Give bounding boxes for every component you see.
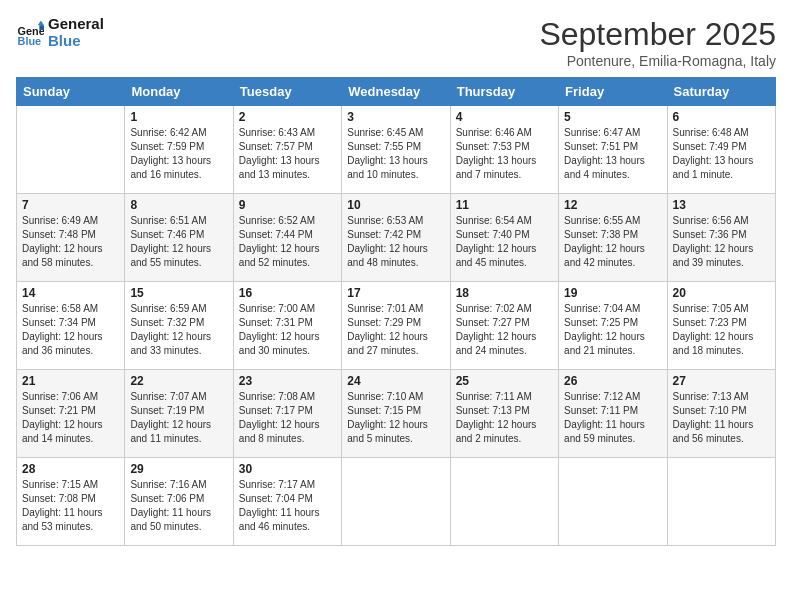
day-number: 29 — [130, 462, 227, 476]
day-number: 9 — [239, 198, 336, 212]
calendar-cell: 8Sunrise: 6:51 AMSunset: 7:46 PMDaylight… — [125, 194, 233, 282]
day-number: 2 — [239, 110, 336, 124]
logo: General Blue General Blue — [16, 16, 104, 49]
day-info: Sunrise: 6:52 AMSunset: 7:44 PMDaylight:… — [239, 214, 336, 270]
page-header: General Blue General Blue September 2025… — [16, 16, 776, 69]
day-info: Sunrise: 6:59 AMSunset: 7:32 PMDaylight:… — [130, 302, 227, 358]
calendar-week-row: 21Sunrise: 7:06 AMSunset: 7:21 PMDayligh… — [17, 370, 776, 458]
logo-general-text: General — [48, 16, 104, 33]
weekday-header-wednesday: Wednesday — [342, 78, 450, 106]
calendar-cell — [17, 106, 125, 194]
weekday-header-friday: Friday — [559, 78, 667, 106]
day-info: Sunrise: 7:08 AMSunset: 7:17 PMDaylight:… — [239, 390, 336, 446]
weekday-header-saturday: Saturday — [667, 78, 775, 106]
calendar-cell — [667, 458, 775, 546]
day-number: 4 — [456, 110, 553, 124]
calendar-cell — [559, 458, 667, 546]
weekday-header-thursday: Thursday — [450, 78, 558, 106]
calendar-cell: 27Sunrise: 7:13 AMSunset: 7:10 PMDayligh… — [667, 370, 775, 458]
calendar-cell: 15Sunrise: 6:59 AMSunset: 7:32 PMDayligh… — [125, 282, 233, 370]
day-number: 5 — [564, 110, 661, 124]
day-info: Sunrise: 6:46 AMSunset: 7:53 PMDaylight:… — [456, 126, 553, 182]
day-info: Sunrise: 7:17 AMSunset: 7:04 PMDaylight:… — [239, 478, 336, 534]
calendar-cell: 19Sunrise: 7:04 AMSunset: 7:25 PMDayligh… — [559, 282, 667, 370]
day-info: Sunrise: 6:53 AMSunset: 7:42 PMDaylight:… — [347, 214, 444, 270]
calendar-cell: 3Sunrise: 6:45 AMSunset: 7:55 PMDaylight… — [342, 106, 450, 194]
logo-icon: General Blue — [16, 19, 44, 47]
day-number: 10 — [347, 198, 444, 212]
calendar-cell: 10Sunrise: 6:53 AMSunset: 7:42 PMDayligh… — [342, 194, 450, 282]
calendar-cell: 9Sunrise: 6:52 AMSunset: 7:44 PMDaylight… — [233, 194, 341, 282]
day-number: 3 — [347, 110, 444, 124]
location-subtitle: Pontenure, Emilia-Romagna, Italy — [539, 53, 776, 69]
day-info: Sunrise: 7:10 AMSunset: 7:15 PMDaylight:… — [347, 390, 444, 446]
calendar-cell: 4Sunrise: 6:46 AMSunset: 7:53 PMDaylight… — [450, 106, 558, 194]
day-number: 12 — [564, 198, 661, 212]
day-info: Sunrise: 7:05 AMSunset: 7:23 PMDaylight:… — [673, 302, 770, 358]
calendar-cell: 28Sunrise: 7:15 AMSunset: 7:08 PMDayligh… — [17, 458, 125, 546]
day-number: 7 — [22, 198, 119, 212]
day-info: Sunrise: 7:07 AMSunset: 7:19 PMDaylight:… — [130, 390, 227, 446]
calendar-cell: 6Sunrise: 6:48 AMSunset: 7:49 PMDaylight… — [667, 106, 775, 194]
calendar-cell: 12Sunrise: 6:55 AMSunset: 7:38 PMDayligh… — [559, 194, 667, 282]
svg-text:Blue: Blue — [18, 34, 42, 46]
calendar-cell: 30Sunrise: 7:17 AMSunset: 7:04 PMDayligh… — [233, 458, 341, 546]
calendar-cell: 5Sunrise: 6:47 AMSunset: 7:51 PMDaylight… — [559, 106, 667, 194]
day-info: Sunrise: 7:11 AMSunset: 7:13 PMDaylight:… — [456, 390, 553, 446]
day-info: Sunrise: 7:13 AMSunset: 7:10 PMDaylight:… — [673, 390, 770, 446]
day-info: Sunrise: 6:54 AMSunset: 7:40 PMDaylight:… — [456, 214, 553, 270]
day-info: Sunrise: 7:06 AMSunset: 7:21 PMDaylight:… — [22, 390, 119, 446]
calendar-cell: 24Sunrise: 7:10 AMSunset: 7:15 PMDayligh… — [342, 370, 450, 458]
calendar-cell: 11Sunrise: 6:54 AMSunset: 7:40 PMDayligh… — [450, 194, 558, 282]
calendar-cell: 2Sunrise: 6:43 AMSunset: 7:57 PMDaylight… — [233, 106, 341, 194]
calendar-cell: 16Sunrise: 7:00 AMSunset: 7:31 PMDayligh… — [233, 282, 341, 370]
logo-blue-text: Blue — [48, 33, 104, 50]
calendar-cell — [450, 458, 558, 546]
weekday-header-row: SundayMondayTuesdayWednesdayThursdayFrid… — [17, 78, 776, 106]
day-info: Sunrise: 6:48 AMSunset: 7:49 PMDaylight:… — [673, 126, 770, 182]
day-info: Sunrise: 6:43 AMSunset: 7:57 PMDaylight:… — [239, 126, 336, 182]
day-info: Sunrise: 7:15 AMSunset: 7:08 PMDaylight:… — [22, 478, 119, 534]
calendar-week-row: 14Sunrise: 6:58 AMSunset: 7:34 PMDayligh… — [17, 282, 776, 370]
day-number: 23 — [239, 374, 336, 388]
day-number: 28 — [22, 462, 119, 476]
weekday-header-sunday: Sunday — [17, 78, 125, 106]
day-number: 19 — [564, 286, 661, 300]
day-number: 6 — [673, 110, 770, 124]
day-info: Sunrise: 7:02 AMSunset: 7:27 PMDaylight:… — [456, 302, 553, 358]
calendar-cell: 14Sunrise: 6:58 AMSunset: 7:34 PMDayligh… — [17, 282, 125, 370]
day-number: 25 — [456, 374, 553, 388]
day-number: 22 — [130, 374, 227, 388]
calendar-cell — [342, 458, 450, 546]
calendar-week-row: 7Sunrise: 6:49 AMSunset: 7:48 PMDaylight… — [17, 194, 776, 282]
calendar-cell: 22Sunrise: 7:07 AMSunset: 7:19 PMDayligh… — [125, 370, 233, 458]
day-number: 15 — [130, 286, 227, 300]
calendar-cell: 1Sunrise: 6:42 AMSunset: 7:59 PMDaylight… — [125, 106, 233, 194]
svg-marker-3 — [39, 25, 44, 30]
day-number: 17 — [347, 286, 444, 300]
weekday-header-monday: Monday — [125, 78, 233, 106]
calendar-week-row: 1Sunrise: 6:42 AMSunset: 7:59 PMDaylight… — [17, 106, 776, 194]
day-info: Sunrise: 6:55 AMSunset: 7:38 PMDaylight:… — [564, 214, 661, 270]
calendar-cell: 13Sunrise: 6:56 AMSunset: 7:36 PMDayligh… — [667, 194, 775, 282]
calendar-cell: 21Sunrise: 7:06 AMSunset: 7:21 PMDayligh… — [17, 370, 125, 458]
day-number: 1 — [130, 110, 227, 124]
day-number: 27 — [673, 374, 770, 388]
calendar-table: SundayMondayTuesdayWednesdayThursdayFrid… — [16, 77, 776, 546]
day-number: 14 — [22, 286, 119, 300]
calendar-cell: 29Sunrise: 7:16 AMSunset: 7:06 PMDayligh… — [125, 458, 233, 546]
calendar-cell: 20Sunrise: 7:05 AMSunset: 7:23 PMDayligh… — [667, 282, 775, 370]
day-number: 26 — [564, 374, 661, 388]
day-number: 21 — [22, 374, 119, 388]
day-info: Sunrise: 7:04 AMSunset: 7:25 PMDaylight:… — [564, 302, 661, 358]
day-number: 8 — [130, 198, 227, 212]
calendar-cell: 26Sunrise: 7:12 AMSunset: 7:11 PMDayligh… — [559, 370, 667, 458]
day-number: 11 — [456, 198, 553, 212]
month-year-title: September 2025 — [539, 16, 776, 53]
day-info: Sunrise: 7:12 AMSunset: 7:11 PMDaylight:… — [564, 390, 661, 446]
day-number: 16 — [239, 286, 336, 300]
day-info: Sunrise: 7:16 AMSunset: 7:06 PMDaylight:… — [130, 478, 227, 534]
day-info: Sunrise: 6:47 AMSunset: 7:51 PMDaylight:… — [564, 126, 661, 182]
calendar-cell: 25Sunrise: 7:11 AMSunset: 7:13 PMDayligh… — [450, 370, 558, 458]
day-info: Sunrise: 6:45 AMSunset: 7:55 PMDaylight:… — [347, 126, 444, 182]
